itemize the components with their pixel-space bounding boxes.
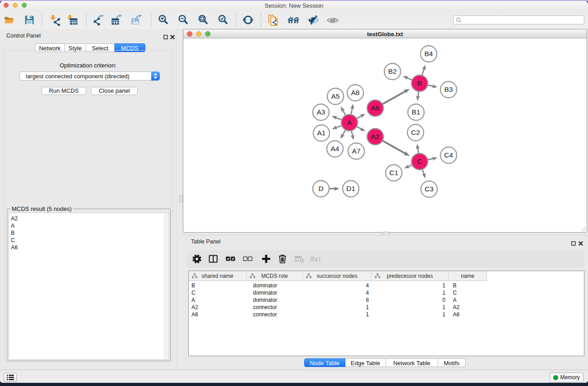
result-scrollbar[interactable] (164, 213, 169, 359)
hide-selected-button[interactable] (306, 14, 320, 26)
table-row[interactable]: A2connector11A2 (189, 304, 584, 311)
add-button[interactable] (260, 253, 272, 264)
graph-node-D[interactable]: D (313, 181, 329, 197)
table-cell: 1 (372, 282, 445, 289)
mcds-result-items: A2ABCA6 (11, 215, 18, 251)
dropdown-stepper-icon[interactable] (151, 71, 160, 81)
table-float-icon[interactable] (571, 239, 576, 244)
split-columns-button[interactable] (207, 253, 219, 264)
import-table-button[interactable] (66, 14, 79, 26)
column-header-successor-nodes[interactable]: successor nodes (303, 271, 372, 281)
divider-grip[interactable] (179, 195, 183, 202)
column-header-label: name (449, 271, 487, 281)
network-canvas[interactable]: B4 B2 B B3 A8 A5 A6 B1 A3 A C2 A1 A2 (183, 39, 587, 232)
table-cell: A6 (191, 311, 198, 318)
zoom-selected-button[interactable] (216, 14, 230, 26)
graph-node-C[interactable]: C (411, 153, 428, 170)
table-tab-node-table[interactable]: Node Table (304, 358, 345, 367)
network-window-titlebar[interactable]: testGlobe.txt (183, 29, 587, 38)
open-session-button[interactable] (3, 14, 16, 26)
svg-text:f(x): f(x) (310, 256, 320, 262)
table-tab-motifs[interactable]: Motifs (438, 358, 466, 367)
zoom-in-button[interactable] (157, 14, 170, 26)
settings-button[interactable] (191, 253, 203, 264)
graph-node-A6[interactable]: A6 (367, 100, 383, 116)
home-icon (287, 14, 299, 26)
graph-node-B[interactable]: B (411, 75, 428, 91)
column-header-MCDS-role[interactable]: MCDS role (247, 271, 303, 281)
zoom-out-button[interactable] (177, 14, 190, 26)
network-resize-grip-icon[interactable] (581, 226, 586, 232)
task-history-button[interactable] (4, 373, 17, 382)
deselect-all-icon (243, 254, 253, 264)
graph-node-A1[interactable]: A1 (313, 125, 330, 141)
home-button[interactable] (287, 14, 300, 26)
svg-text:C4: C4 (444, 151, 453, 159)
table-row[interactable]: Cdominator41C (189, 289, 584, 296)
result-item[interactable]: B (11, 229, 18, 237)
run-mcds-button[interactable]: Run MCDS (42, 87, 86, 95)
select-all-button[interactable] (225, 253, 236, 264)
memory-status-icon (553, 375, 558, 380)
svg-text:A: A (347, 119, 352, 126)
split-divider[interactable] (177, 29, 183, 370)
column-header-predecessor-nodes[interactable]: predecessor nodes (372, 271, 449, 281)
graph-node-A2[interactable]: A2 (367, 129, 383, 145)
import-network-button[interactable] (48, 14, 62, 26)
refresh-button[interactable] (241, 14, 255, 26)
float-panel-icon[interactable] (163, 33, 168, 38)
table-row[interactable]: A6connector11A6 (189, 311, 584, 318)
close-panel-icon[interactable] (170, 33, 175, 38)
result-item[interactable]: A6 (11, 244, 18, 251)
split-columns-icon (208, 254, 218, 264)
column-header-name[interactable]: name (449, 271, 487, 281)
graph-node-A5[interactable]: A5 (327, 88, 344, 105)
duplicate-network-button[interactable] (267, 14, 280, 26)
svg-text:A6: A6 (371, 104, 380, 112)
export-table-button[interactable] (110, 14, 123, 26)
result-item[interactable]: A (11, 222, 18, 229)
graph-node-B2[interactable]: B2 (384, 63, 401, 80)
chevron-down-icon (153, 76, 158, 79)
table-row[interactable]: Bdominator41B (189, 282, 584, 289)
node-table-header: shared name MCDS role successor nodes pr… (189, 271, 487, 281)
graph-node-A8[interactable]: A8 (347, 85, 363, 101)
table-row[interactable]: Adominator80A (189, 296, 584, 304)
close-panel-button[interactable]: Close panel (91, 87, 138, 95)
export-image-button[interactable] (129, 14, 143, 26)
table-tab-edge-table[interactable]: Edge Table (345, 358, 387, 367)
zoom-fit-button[interactable] (196, 14, 210, 26)
criterion-dropdown[interactable]: largest connected component (directed) (19, 71, 160, 81)
table-close-icon[interactable] (578, 239, 583, 244)
graph-node-C1[interactable]: C1 (386, 165, 402, 181)
memory-button[interactable]: Memory (550, 372, 583, 382)
toolbar-separator (42, 13, 42, 27)
graph-node-A4[interactable]: A4 (327, 141, 343, 157)
table-cell: A2 (191, 304, 198, 311)
save-session-button[interactable] (23, 14, 36, 26)
result-item[interactable]: A2 (11, 215, 18, 222)
export-network-button[interactable] (91, 14, 105, 26)
graph-node-A[interactable]: A (341, 114, 358, 131)
search-icon (456, 17, 462, 23)
graph-node-B3[interactable]: B3 (440, 81, 457, 98)
column-header-label: MCDS role (247, 271, 302, 281)
table-tab-network-table[interactable]: Network Table (386, 358, 438, 367)
show-all-button[interactable] (326, 14, 339, 26)
graph-node-B4[interactable]: B4 (421, 46, 437, 62)
graph-node-C4[interactable]: C4 (440, 147, 457, 163)
main-toolbar (0, 10, 588, 29)
graph-node-D1[interactable]: D1 (343, 181, 359, 197)
function-icon: f(x) (309, 254, 321, 264)
search-input[interactable] (453, 15, 584, 24)
column-header-shared-name[interactable]: shared name (189, 271, 247, 281)
result-item[interactable]: C (11, 237, 18, 244)
mcds-result-list[interactable]: A2ABCA6 (9, 213, 169, 360)
graph-node-C3[interactable]: C3 (421, 181, 437, 197)
graph-node-A3[interactable]: A3 (313, 104, 329, 120)
graph-node-A7[interactable]: A7 (348, 143, 364, 159)
graph-node-C2[interactable]: C2 (407, 124, 424, 141)
delete-button[interactable] (277, 253, 288, 264)
deselect-all-button[interactable] (242, 253, 253, 264)
graph-node-B1[interactable]: B1 (408, 104, 424, 120)
